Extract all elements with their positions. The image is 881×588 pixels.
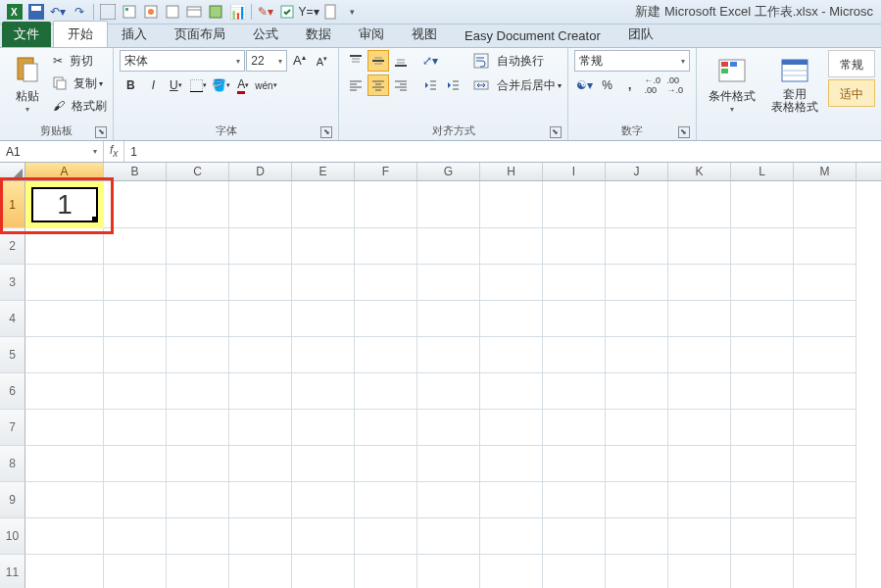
- col-header-b[interactable]: B: [104, 163, 167, 180]
- row-header-6[interactable]: 6: [0, 373, 25, 410]
- cell[interactable]: [606, 265, 668, 301]
- row-header-2[interactable]: 2: [0, 228, 25, 265]
- orientation-icon[interactable]: ⤢▾: [419, 50, 441, 72]
- row-header-8[interactable]: 8: [0, 446, 25, 482]
- format-painter-button[interactable]: 🖌 格式刷: [53, 95, 107, 117]
- cell[interactable]: [543, 181, 606, 228]
- cell[interactable]: [668, 446, 731, 482]
- cell[interactable]: [794, 373, 857, 410]
- cell[interactable]: [480, 265, 543, 301]
- row-header-7[interactable]: 7: [0, 410, 25, 446]
- cell[interactable]: [480, 482, 543, 518]
- cell[interactable]: [543, 555, 606, 588]
- cell[interactable]: [543, 228, 606, 265]
- cell[interactable]: [104, 373, 167, 410]
- tab-home[interactable]: 开始: [53, 21, 108, 47]
- cell[interactable]: [731, 301, 794, 337]
- cell[interactable]: [606, 410, 668, 446]
- cell[interactable]: [104, 410, 167, 446]
- decrease-decimal-icon[interactable]: .00→.0: [664, 74, 686, 96]
- cell[interactable]: [417, 482, 480, 518]
- col-header-j[interactable]: J: [606, 163, 668, 180]
- col-header-l[interactable]: L: [731, 163, 794, 180]
- cell[interactable]: [417, 337, 480, 373]
- cell[interactable]: [355, 301, 417, 337]
- cell[interactable]: [292, 301, 355, 337]
- cell[interactable]: [668, 555, 731, 588]
- copy-button[interactable]: 复制▾: [53, 73, 107, 94]
- undo-icon[interactable]: ↶▾: [48, 2, 68, 22]
- cell[interactable]: [668, 373, 731, 410]
- cell[interactable]: [480, 228, 543, 265]
- filter-icon[interactable]: Y=▾: [299, 2, 318, 22]
- tab-file[interactable]: 文件: [2, 22, 51, 47]
- cell[interactable]: [480, 410, 543, 446]
- cut-button[interactable]: ✂ 剪切: [53, 50, 107, 72]
- cell[interactable]: [292, 518, 355, 555]
- cell[interactable]: [731, 446, 794, 482]
- cell[interactable]: [167, 301, 229, 337]
- cell[interactable]: [355, 337, 417, 373]
- cell[interactable]: [417, 228, 480, 265]
- qat-btn-9[interactable]: [277, 2, 297, 22]
- qat-btn-3[interactable]: [141, 2, 161, 22]
- cell[interactable]: [167, 337, 229, 373]
- fx-icon[interactable]: fx: [110, 143, 118, 159]
- cell[interactable]: [104, 265, 167, 301]
- cell[interactable]: [731, 555, 794, 588]
- decrease-font-icon[interactable]: A▾: [311, 50, 332, 72]
- cell[interactable]: [355, 181, 417, 228]
- cell[interactable]: [417, 301, 480, 337]
- cell[interactable]: [731, 181, 794, 228]
- cell[interactable]: [731, 265, 794, 301]
- cell[interactable]: [25, 228, 104, 265]
- font-color-button[interactable]: A▾: [232, 74, 254, 96]
- cell[interactable]: [25, 410, 104, 446]
- cell[interactable]: [794, 410, 857, 446]
- clipboard-launcher-icon[interactable]: ⬊: [95, 126, 107, 138]
- cell[interactable]: [668, 181, 731, 228]
- redo-icon[interactable]: ↷: [70, 2, 89, 22]
- cell[interactable]: [794, 555, 857, 588]
- cell[interactable]: [543, 301, 606, 337]
- qat-btn-7[interactable]: 📊: [227, 2, 247, 22]
- col-header-m[interactable]: M: [794, 163, 857, 180]
- cell[interactable]: [543, 518, 606, 555]
- cell[interactable]: [606, 482, 668, 518]
- cell[interactable]: [543, 337, 606, 373]
- col-header-a[interactable]: A: [25, 163, 104, 180]
- col-header-e[interactable]: E: [292, 163, 355, 180]
- cell[interactable]: [794, 265, 857, 301]
- italic-button[interactable]: I: [142, 74, 164, 96]
- paste-button[interactable]: 粘贴 ▾: [6, 50, 49, 119]
- row-header-3[interactable]: 3: [0, 265, 25, 301]
- align-launcher-icon[interactable]: ⬊: [550, 126, 562, 138]
- col-header-k[interactable]: K: [668, 163, 731, 180]
- cell[interactable]: [794, 446, 857, 482]
- cell[interactable]: [731, 518, 794, 555]
- cell[interactable]: [104, 301, 167, 337]
- merge-center-button[interactable]: 合并后居中▾: [473, 74, 561, 96]
- cell[interactable]: [25, 301, 104, 337]
- bold-button[interactable]: B: [120, 74, 141, 96]
- cell[interactable]: [229, 228, 292, 265]
- cell-style-normal[interactable]: 常规: [828, 50, 875, 77]
- cell[interactable]: [104, 337, 167, 373]
- cell[interactable]: [417, 446, 480, 482]
- cell[interactable]: [355, 265, 417, 301]
- cell[interactable]: [229, 518, 292, 555]
- cell[interactable]: [292, 373, 355, 410]
- border-button[interactable]: ▾: [187, 74, 209, 96]
- cell[interactable]: [25, 518, 104, 555]
- font-name-combo[interactable]: 宋体▾: [120, 50, 245, 72]
- cell[interactable]: [794, 301, 857, 337]
- cell[interactable]: [731, 482, 794, 518]
- align-center-icon[interactable]: [367, 74, 389, 96]
- cell[interactable]: [292, 555, 355, 588]
- cell[interactable]: [167, 555, 229, 588]
- percent-icon[interactable]: %: [597, 74, 618, 96]
- cell[interactable]: [606, 181, 668, 228]
- cell[interactable]: [794, 337, 857, 373]
- cell[interactable]: [480, 555, 543, 588]
- cell[interactable]: [480, 518, 543, 555]
